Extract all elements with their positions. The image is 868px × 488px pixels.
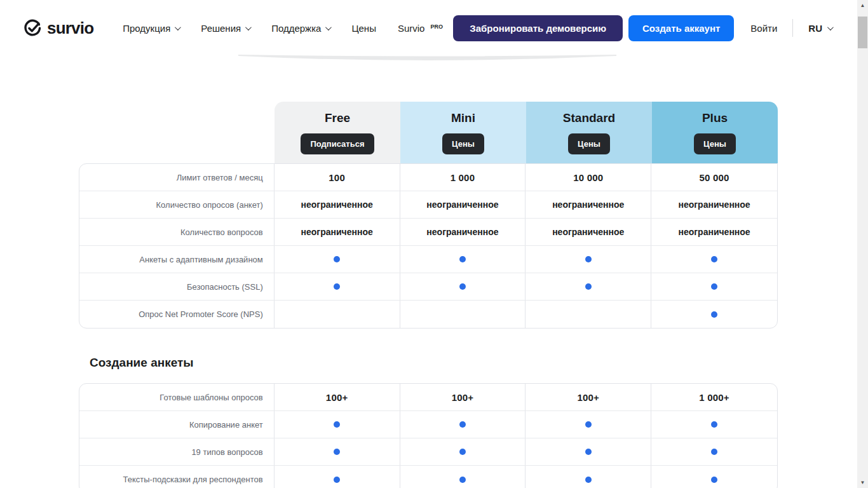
- table-row: Тексты-подсказки для респондентов: [79, 466, 777, 488]
- plan-subscribe-button[interactable]: Подписаться: [301, 133, 374, 154]
- feature-value-cell: [400, 246, 526, 273]
- chevron-down-icon: [175, 24, 181, 30]
- included-dot-icon: [585, 283, 592, 290]
- feature-value-cell: неограниченное: [526, 191, 651, 218]
- menu-item-pricing[interactable]: Цены: [351, 23, 376, 34]
- scrollbar-down-arrow-icon[interactable]: ▼: [857, 477, 868, 488]
- plan-name: Free: [325, 111, 350, 125]
- feature-value-cell: [651, 411, 777, 438]
- included-dot-icon: [459, 449, 466, 455]
- menu-item-label: Продукция: [123, 23, 170, 34]
- included-dot-icon: [711, 449, 717, 455]
- included-dot-icon: [585, 477, 592, 483]
- logo-wordmark: survio: [47, 18, 93, 38]
- feature-value-cell: 100: [275, 164, 400, 191]
- feature-label: Опрос Net Promoter Score (NPS): [79, 301, 275, 328]
- pricing-table: Free Подписаться Mini Цены Standard Цены…: [79, 102, 778, 329]
- included-dot-icon: [334, 449, 340, 455]
- included-dot-icon: [334, 421, 340, 428]
- feature-value-cell: [275, 301, 400, 328]
- feature-value-cell: неограниченное: [275, 191, 400, 218]
- plans-header: Free Подписаться Mini Цены Standard Цены…: [275, 102, 778, 163]
- feature-value-cell: [275, 246, 400, 273]
- feature-value-cell: [526, 411, 651, 438]
- menu-item-label: Цены: [351, 23, 376, 34]
- menu-item-support[interactable]: Поддержка: [271, 23, 330, 34]
- feature-value-cell: [651, 301, 777, 328]
- feature-value-cell: 100+: [400, 384, 526, 410]
- feature-label: Количество опросов (анкет): [79, 191, 275, 218]
- nav-actions: Забронировать демоверсию Создать аккаунт…: [453, 15, 832, 41]
- scrollbar-thumb[interactable]: [858, 17, 867, 48]
- table-row: Готовые шаблоны опросов100+100+100+1 000…: [79, 384, 777, 411]
- feature-value-cell: 100+: [526, 384, 651, 410]
- plan-prices-button[interactable]: Цены: [568, 133, 610, 154]
- chevron-down-icon: [827, 24, 834, 30]
- table-row: Количество опросов (анкет)неограниченное…: [79, 191, 777, 219]
- included-dot-icon: [334, 477, 340, 483]
- included-dot-icon: [459, 477, 466, 483]
- nav-divider: [792, 19, 793, 37]
- menu-item-survio-pro[interactable]: Survio PRO: [398, 23, 443, 34]
- plan-column-standard: Standard Цены: [526, 102, 652, 163]
- feature-value-cell: [526, 466, 651, 488]
- feature-value-cell: [526, 301, 651, 328]
- top-navigation: survio Продукция Решения Поддержка Цены …: [0, 0, 857, 56]
- plan-name: Standard: [563, 111, 615, 125]
- menu-item-solutions[interactable]: Решения: [201, 23, 250, 34]
- table-row: Безопасность (SSL): [79, 273, 777, 301]
- included-dot-icon: [459, 421, 466, 428]
- chevron-down-icon: [245, 24, 252, 30]
- feature-label: Лимит ответов / месяц: [79, 164, 275, 191]
- included-dot-icon: [711, 311, 717, 318]
- included-dot-icon: [585, 256, 592, 262]
- vertical-scrollbar[interactable]: ▲ ▼: [857, 0, 868, 488]
- feature-label: Анкеты с адаптивным дизайном: [79, 246, 275, 273]
- plan-prices-button[interactable]: Цены: [442, 133, 484, 154]
- included-dot-icon: [459, 256, 466, 262]
- language-label: RU: [808, 23, 822, 34]
- feature-value-cell: [651, 438, 777, 465]
- feature-value-cell: [275, 273, 400, 300]
- book-demo-button[interactable]: Забронировать демоверсию: [453, 15, 623, 41]
- login-link[interactable]: Войти: [750, 23, 777, 34]
- table-row: Анкеты с адаптивным дизайном: [79, 246, 777, 273]
- menu-item-label: Решения: [201, 23, 241, 34]
- menu-item-products[interactable]: Продукция: [123, 23, 179, 34]
- main-menu: Продукция Решения Поддержка Цены Survio …: [123, 23, 443, 34]
- feature-label: Копирование анкет: [79, 411, 275, 438]
- included-dot-icon: [711, 256, 717, 262]
- plan-prices-button[interactable]: Цены: [694, 133, 736, 154]
- feature-value-cell: [651, 466, 777, 488]
- table-row: 19 типов вопросов: [79, 438, 777, 466]
- pro-superscript: PRO: [430, 24, 443, 30]
- table-row: Количество вопросовнеограниченноенеогран…: [79, 219, 777, 246]
- feature-label: Безопасность (SSL): [79, 273, 275, 300]
- plan-column-free: Free Подписаться: [275, 102, 400, 163]
- plan-column-plus: Plus Цены: [652, 102, 778, 163]
- create-account-button[interactable]: Создать аккаунт: [628, 15, 734, 41]
- pricing-page: survio Продукция Решения Поддержка Цены …: [0, 0, 868, 488]
- included-dot-icon: [585, 421, 592, 428]
- feature-value-cell: [526, 273, 651, 300]
- feature-value-cell: неограниченное: [651, 219, 777, 245]
- survio-logo[interactable]: survio: [23, 18, 93, 38]
- feature-table-general: Лимит ответов / месяц1001 00010 00050 00…: [79, 163, 778, 329]
- menu-item-label: Поддержка: [271, 23, 321, 34]
- survio-logo-icon: [23, 18, 42, 37]
- feature-value-cell: 10 000: [526, 164, 651, 191]
- feature-value-cell: 50 000: [651, 164, 777, 191]
- feature-table-creation-wrap: Готовые шаблоны опросов100+100+100+1 000…: [79, 383, 778, 488]
- language-selector[interactable]: RU: [808, 23, 832, 34]
- scrollbar-up-arrow-icon[interactable]: ▲: [857, 0, 868, 11]
- menu-item-label: Survio: [398, 23, 425, 34]
- included-dot-icon: [711, 477, 717, 483]
- feature-label: Тексты-подсказки для респондентов: [79, 466, 275, 488]
- hero-bottom-curve: [238, 54, 616, 64]
- feature-value-cell: неограниченное: [400, 219, 526, 245]
- feature-value-cell: неограниченное: [651, 191, 777, 218]
- feature-label: Количество вопросов: [79, 219, 275, 245]
- included-dot-icon: [711, 283, 717, 290]
- feature-value-cell: [275, 438, 400, 465]
- included-dot-icon: [711, 421, 717, 428]
